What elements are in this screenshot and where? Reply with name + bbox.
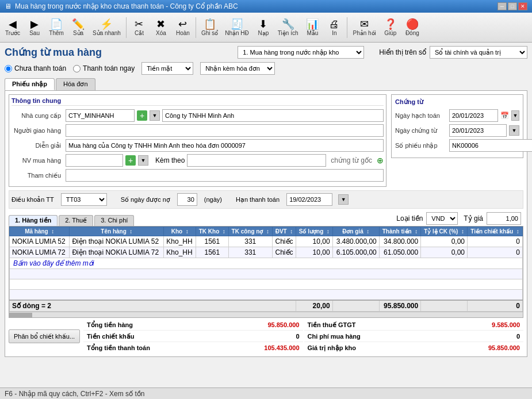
add-row-text[interactable]: Bấm vào đây để thêm mới xyxy=(10,258,523,269)
next-icon: ▶ xyxy=(30,19,39,29)
cut-button[interactable]: ✂ Cắt xyxy=(129,14,150,41)
horizontal-scrollbar[interactable] xyxy=(9,312,523,317)
back-button[interactable]: ◀ Trước xyxy=(2,14,23,41)
toolbar-separator-2 xyxy=(196,17,196,38)
toolbar: ◀ Trước ▶ Sau 📄 Thêm ✏️ Sửa ⚡ Sửa nhanh … xyxy=(0,13,532,43)
unpaid-radio[interactable] xyxy=(5,65,12,72)
add-original-voucher-icon[interactable]: ⊕ xyxy=(377,156,384,165)
feedback-icon: ✉ xyxy=(360,19,369,29)
tien-thue-gtgt-value: 9.585.000 xyxy=(492,321,520,329)
supplier-name-input[interactable] xyxy=(162,109,384,122)
account-dropdown[interactable]: TT03 xyxy=(61,193,107,206)
feedback-button[interactable]: ✉ Phản hồi xyxy=(350,14,378,41)
back-icon: ◀ xyxy=(9,19,17,29)
add-row[interactable]: Bấm vào đây để thêm mới xyxy=(10,258,523,269)
cell-ty-le-ck-2: 0,00 xyxy=(421,247,468,258)
phan-bo-button[interactable]: Phân bổ chiết khấu... xyxy=(9,329,80,343)
supplier-add-button[interactable]: + xyxy=(137,110,147,121)
purchase-staff-add-button[interactable]: + xyxy=(125,155,136,166)
currency-label: Loại tiền xyxy=(396,214,423,222)
supplier-label: Nhà cung cấp xyxy=(12,112,63,120)
due-date-input[interactable] xyxy=(286,193,332,206)
invoice-icon: 🧾 xyxy=(231,19,243,29)
account-label: Điều khoản TT xyxy=(12,196,54,204)
cell-ten-hang-2: Điện thoại NOKIA LUMIA 72 xyxy=(70,247,164,258)
close-window-button[interactable]: ✕ xyxy=(518,2,527,10)
cell-tk-kho-1: 1561 xyxy=(196,236,229,247)
receipt-no-input[interactable] xyxy=(449,139,532,152)
posting-date-dropdown[interactable]: ▼ xyxy=(511,110,519,121)
help-icon: ❓ xyxy=(384,19,397,29)
days-unit: (ngày) xyxy=(204,196,222,203)
next-button[interactable]: ▶ Sau xyxy=(24,14,45,41)
receive-invoice-dropdown[interactable]: Nhận kèm hóa đơn xyxy=(200,62,275,75)
paid-now-radio[interactable] xyxy=(73,65,81,72)
tong-tien-thanh-toan-label: Tổng tiền thanh toán xyxy=(87,344,150,352)
tong-tien-hang-label: Tổng tiền hàng xyxy=(87,321,133,329)
tab-hoa-don[interactable]: Hóa đơn xyxy=(56,78,95,90)
post-button[interactable]: 📋 Ghi sổ xyxy=(198,14,221,41)
purchase-staff-dropdown[interactable]: ▼ xyxy=(138,155,148,166)
edit-button[interactable]: ✏️ Sửa xyxy=(68,14,89,41)
cancel-icon: ↩ xyxy=(178,19,187,29)
posting-date-input[interactable] xyxy=(449,109,498,122)
cancel-button[interactable]: ↩ Hoàn xyxy=(173,14,193,41)
maximize-button[interactable]: □ xyxy=(508,2,517,10)
sub-tab-chi-phi[interactable]: 3. Chi phí xyxy=(94,215,134,226)
cell-thanh-tien-1: 34.800.000 xyxy=(379,236,420,247)
table-row[interactable]: NOKIA LUMIA 52 Điện thoại NOKIA LUMIA 52… xyxy=(10,236,523,247)
exchange-rate-input[interactable] xyxy=(487,212,521,225)
add-button[interactable]: 📄 Thêm xyxy=(46,14,67,41)
voucher-type-dropdown[interactable]: 1. Mua hàng trong nước nhập kho xyxy=(238,46,364,59)
scroll-thumb xyxy=(9,313,32,317)
quick-edit-button[interactable]: ⚡ Sửa nhanh xyxy=(90,14,124,41)
delivery-person-row: Người giao hàng xyxy=(12,124,384,137)
display-dropdown[interactable]: Sổ tài chính và quản trị xyxy=(430,46,527,59)
sum-empty xyxy=(332,300,379,312)
voucher-date-input[interactable] xyxy=(449,124,507,137)
tong-tien-hang-row: Tổng tiền hàng 95.850.000 xyxy=(83,320,303,331)
invoice-button[interactable]: 🧾 Nhận HĐ xyxy=(222,14,252,41)
unpaid-radio-group: Chưa thanh toán xyxy=(5,64,66,72)
cell-kho-1: Kho_HH xyxy=(164,236,196,247)
print-button[interactable]: 🖨 In xyxy=(324,14,345,41)
sub-tab-thue[interactable]: 2. Thuế xyxy=(59,215,93,226)
delete-button[interactable]: ✖ Xóa xyxy=(151,14,171,41)
supplier-code-input[interactable] xyxy=(66,109,135,122)
tab-content: Thông tin chung Nhà cung cấp + ▼ Người g… xyxy=(5,90,527,357)
sum-thanh-tien: 95.850.000 xyxy=(379,300,420,312)
due-date-dropdown[interactable]: ▼ xyxy=(338,194,349,205)
description-input[interactable] xyxy=(66,139,384,152)
template-button[interactable]: 📊 Mẫu xyxy=(302,14,323,41)
currency-dropdown[interactable]: VND xyxy=(426,212,458,225)
cell-ty-le-ck-1: 0,00 xyxy=(421,236,468,247)
payment-method-dropdown[interactable]: Tiền mặt xyxy=(141,62,193,75)
purchase-staff-input[interactable] xyxy=(66,154,123,167)
supplier-dropdown-arrow[interactable]: ▼ xyxy=(150,110,160,121)
help-button[interactable]: ❓ Giúp xyxy=(380,14,401,41)
table-row[interactable]: NOKIA LUMIA 72 Điện thoại NOKIA LUMIA 72… xyxy=(10,247,523,258)
supplier-row: Nhà cung cấp + ▼ xyxy=(12,109,384,122)
utility-button[interactable]: 🔧 Tiện ích xyxy=(275,14,301,41)
attachment-input[interactable] xyxy=(187,154,326,167)
import-button[interactable]: ⬇ Nạp xyxy=(253,14,274,41)
minimize-button[interactable]: ─ xyxy=(497,2,507,10)
tong-tien-thanh-toan-row: Tổng tiền thanh toán 105.435.000 xyxy=(83,343,303,353)
voucher-date-dropdown[interactable]: ▼ xyxy=(509,125,519,136)
footer-section: Phân bổ chiết khấu... Tổng tiền hàng 95.… xyxy=(9,320,523,353)
col-tk-kho: TK Kho ↕ xyxy=(196,227,229,236)
due-date-label: Hạn thanh toán xyxy=(236,196,280,204)
cell-tk-cong-no-1: 331 xyxy=(228,236,272,247)
calendar-icon-1[interactable]: 📅 xyxy=(500,112,509,120)
tab-phieu-nhap[interactable]: Phiếu nhập xyxy=(5,78,55,90)
quick-edit-icon: ⚡ xyxy=(100,19,113,29)
days-input[interactable] xyxy=(177,193,197,206)
gia-tri-nhap-kho-row: Giá trị nhập kho 95.850.000 xyxy=(304,343,524,353)
close-button[interactable]: 🔴 Đóng xyxy=(402,14,423,41)
table-wrapper: Mã hàng ↕ Tên hàng ↕ Kho ↕ TK Kho ↕ TK c… xyxy=(9,227,523,312)
sub-tab-hang-hoa[interactable]: 1. Hàng tiền xyxy=(9,215,58,226)
reference-input[interactable] xyxy=(66,169,384,182)
delivery-person-input[interactable] xyxy=(66,124,384,137)
empty-row xyxy=(10,269,523,279)
cell-so-luong-2: 10,00 xyxy=(296,247,333,258)
